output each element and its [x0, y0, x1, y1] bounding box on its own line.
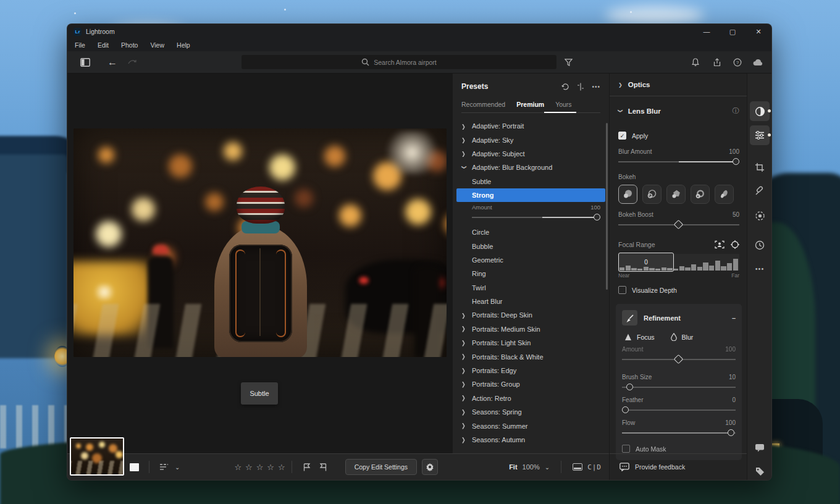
filmstrip-toggle-icon[interactable]	[573, 463, 582, 471]
help-icon[interactable]: ?	[729, 54, 746, 70]
menu-help[interactable]: Help	[177, 41, 190, 49]
bokeh-cateye-button[interactable]	[715, 185, 734, 204]
edit-adjust-button[interactable]	[750, 101, 770, 121]
preset-group[interactable]: ❯Seasons: Spring	[461, 405, 600, 419]
flow-slider[interactable]	[622, 429, 736, 437]
preset-item-circle[interactable]: Circle	[461, 225, 600, 239]
visualize-depth-row[interactable]: Visualize Depth	[618, 286, 739, 294]
preset-group[interactable]: ❯Portraits: Black & White	[461, 350, 600, 363]
cloud-sync-icon[interactable]	[750, 54, 766, 70]
panel-toggle-icon[interactable]	[77, 54, 93, 70]
provide-feedback-row[interactable]: Provide feedback	[610, 453, 748, 480]
settings-gear-button[interactable]	[422, 459, 438, 475]
lens-blur-section-header[interactable]: ❯ Lens Blur ⓘ	[610, 96, 748, 123]
preset-group[interactable]: ❯Portraits: Medium Skin	[461, 322, 600, 336]
preset-item-subtle[interactable]: Subtle	[461, 175, 600, 188]
keywords-tag-button[interactable]	[750, 461, 770, 481]
focus-subject-icon[interactable]	[715, 240, 724, 249]
preset-item-strong-selected[interactable]: Strong	[456, 188, 605, 202]
preset-group[interactable]: ❯Seasons: Summer	[461, 419, 600, 432]
preset-item-twirl[interactable]: Twirl	[461, 281, 600, 295]
preset-group[interactable]: ❯Action: Retro	[461, 392, 600, 405]
star-icon[interactable]: ☆	[256, 463, 264, 472]
photo-canvas[interactable]	[74, 128, 447, 357]
info-icon[interactable]: ⓘ	[733, 106, 740, 116]
auto-mask-row[interactable]: Auto Mask	[622, 445, 736, 453]
redo-icon[interactable]	[124, 54, 140, 70]
fit-button[interactable]: Fit	[509, 463, 517, 471]
apply-checkbox[interactable]: ✓	[618, 132, 626, 140]
preset-group[interactable]: ❯Adaptive: Subject	[461, 147, 600, 161]
more-tools-icon[interactable]: •••	[750, 259, 770, 279]
preset-group[interactable]: ❯Adaptive: Sky	[461, 133, 600, 146]
preset-group[interactable]: ❯Portraits: Light Skin	[461, 336, 600, 350]
copy-edit-settings-button[interactable]: Copy Edit Settings	[345, 459, 417, 475]
presets-scrollbar[interactable]	[606, 123, 608, 290]
preset-group[interactable]: ❯Adaptive: Portrait	[461, 119, 600, 133]
menu-view[interactable]: View	[150, 41, 164, 49]
focal-range-histogram[interactable]: 0	[618, 254, 739, 271]
back-arrow-icon[interactable]: ←	[104, 54, 120, 70]
tab-premium[interactable]: Premium	[516, 101, 544, 108]
titlebar[interactable]: Lr Lightroom — ▢ ✕	[67, 24, 771, 39]
auto-mask-checkbox[interactable]	[622, 445, 630, 453]
visualize-depth-checkbox[interactable]	[618, 286, 626, 294]
preset-group[interactable]: ❯Portraits: Group	[461, 377, 600, 391]
filter-funnel-icon[interactable]	[560, 54, 576, 70]
collapse-icon[interactable]: –	[732, 314, 736, 322]
bokeh-bubble-button[interactable]	[642, 185, 662, 204]
before-after-toggle-icon[interactable]: C|D	[587, 463, 602, 471]
focus-brush-mode[interactable]: Focus	[624, 334, 655, 341]
star-icon[interactable]: ☆	[234, 463, 242, 472]
tab-recommended[interactable]: Recommended	[461, 101, 505, 108]
masking-tool-button[interactable]	[750, 206, 770, 225]
blur-amount-slider[interactable]	[618, 158, 739, 166]
preset-amount-icon[interactable]	[577, 83, 584, 91]
preset-group[interactable]: ❯Seasons: Autumn	[461, 433, 600, 447]
zoom-dropdown-chevron[interactable]: ⌄	[545, 464, 550, 471]
search-input[interactable]: Search Almora airport	[242, 55, 556, 69]
optics-section-header[interactable]: ❯ Optics	[610, 74, 748, 96]
sort-dropdown-chevron[interactable]: ⌄	[175, 464, 180, 471]
star-icon[interactable]: ☆	[245, 463, 253, 472]
crop-tool-button[interactable]	[750, 158, 770, 177]
preset-item-ring[interactable]: Ring	[461, 267, 600, 280]
more-options-icon[interactable]: •••	[592, 83, 600, 90]
preset-amount-slider[interactable]	[472, 213, 600, 222]
brush-size-slider[interactable]	[622, 383, 736, 392]
close-button[interactable]: ✕	[746, 24, 771, 39]
preset-item-heart-blur[interactable]: Heart Blur	[461, 295, 600, 308]
feather-slider[interactable]	[622, 406, 736, 414]
sort-icon[interactable]	[156, 459, 172, 476]
preset-item-geometric[interactable]: Geometric	[461, 253, 600, 267]
reset-history-icon[interactable]	[561, 83, 569, 91]
bokeh-ring-button[interactable]	[691, 185, 710, 204]
bokeh-5blade-button[interactable]	[666, 185, 686, 204]
boost-slider[interactable]	[618, 220, 739, 229]
minimize-button[interactable]: —	[694, 24, 720, 39]
focal-point-picker-icon[interactable]	[731, 240, 739, 249]
blur-brush-mode[interactable]: Blur	[671, 333, 694, 341]
preset-item-bubble[interactable]: Bubble	[461, 239, 600, 253]
zoom-level[interactable]: 100%	[523, 463, 540, 471]
maximize-button[interactable]: ▢	[720, 24, 746, 39]
preset-group[interactable]: ❯Portraits: Deep Skin	[461, 308, 600, 322]
menu-file[interactable]: File	[75, 41, 85, 49]
apply-checkbox-row[interactable]: ✓ Apply	[618, 132, 739, 140]
filmstrip-thumbnail[interactable]	[70, 437, 124, 476]
refine-amount-slider[interactable]	[622, 355, 736, 364]
bokeh-circle-button[interactable]	[618, 185, 637, 204]
versions-history-button[interactable]	[750, 235, 770, 255]
detail-view-button-active[interactable]	[126, 459, 143, 476]
pick-flag-icon[interactable]	[298, 459, 315, 476]
menu-edit[interactable]: Edit	[98, 41, 109, 49]
notifications-bell-icon[interactable]	[687, 54, 704, 70]
menu-photo[interactable]: Photo	[121, 41, 138, 49]
healing-tool-button[interactable]	[750, 181, 770, 201]
focal-range-selection[interactable]: 0	[618, 253, 674, 272]
refine-brush-tool-button[interactable]	[622, 310, 637, 326]
tab-yours[interactable]: Yours	[555, 101, 571, 108]
preset-group[interactable]: ❯Portraits: Edgy	[461, 364, 600, 377]
star-icon[interactable]: ☆	[278, 463, 285, 472]
presets-panel-button[interactable]	[750, 125, 770, 145]
